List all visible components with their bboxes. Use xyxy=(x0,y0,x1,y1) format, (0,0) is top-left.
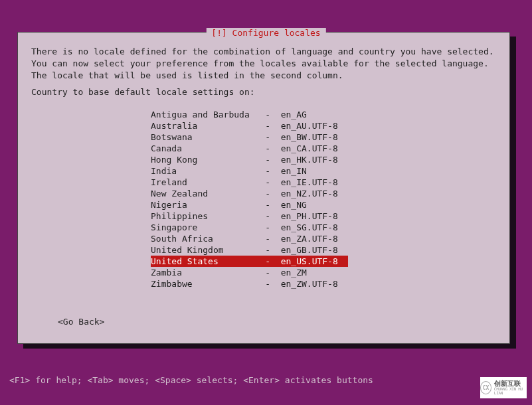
locale-option[interactable]: Singapore - en_SG.UTF-8 xyxy=(151,222,348,233)
locale-option[interactable]: New Zealand - en_NZ.UTF-8 xyxy=(151,188,348,199)
intro-text: There is no locale defined for the combi… xyxy=(31,46,496,82)
locale-option[interactable]: Canada - en_CA.UTF-8 xyxy=(151,143,348,154)
watermark-logo: CX 创新互联 CHUANG XIN HU LIAN xyxy=(480,377,527,398)
intro-line-3: The locale that will be used is listed i… xyxy=(31,70,496,82)
locale-option[interactable]: Australia - en_AU.UTF-8 xyxy=(151,120,348,131)
prompt-text: Country to base default locale settings … xyxy=(31,87,255,97)
go-back-button[interactable]: <Go Back> xyxy=(58,317,104,327)
locale-option[interactable]: Zambia - en_ZM xyxy=(151,267,348,278)
locale-option[interactable]: Hong Kong - en_HK.UTF-8 xyxy=(151,154,348,165)
locale-option[interactable]: United States - en_US.UTF-8 xyxy=(151,256,348,267)
locale-option[interactable]: United Kingdom - en_GB.UTF-8 xyxy=(151,244,348,256)
dialog-title-text: [!] Configure locales xyxy=(211,28,320,38)
locale-list[interactable]: Antigua and Barbuda - en_AGAustralia - e… xyxy=(151,109,348,289)
watermark-bottom: CHUANG XIN HU LIAN xyxy=(494,387,527,395)
intro-line-2: You can now select your preference from … xyxy=(31,58,496,70)
configure-locales-dialog: There is no locale defined for the combi… xyxy=(17,32,510,344)
locale-option[interactable]: Botswana - en_BW.UTF-8 xyxy=(151,131,348,143)
locale-option[interactable]: Antigua and Barbuda - en_AG xyxy=(151,109,348,120)
help-bar: <F1> for help; <Tab> moves; <Space> sele… xyxy=(9,375,373,385)
locale-option[interactable]: Zimbabwe - en_ZW.UTF-8 xyxy=(151,278,348,289)
locale-option[interactable]: Philippines - en_PH.UTF-8 xyxy=(151,210,348,222)
locale-option[interactable]: Nigeria - en_NG xyxy=(151,199,348,210)
watermark-icon: CX xyxy=(480,381,491,394)
locale-option[interactable]: South Africa - en_ZA.UTF-8 xyxy=(151,233,348,244)
locale-option[interactable]: Ireland - en_IE.UTF-8 xyxy=(151,177,348,188)
dialog-title: [!] Configure locales xyxy=(206,28,325,38)
watermark-text: 创新互联 CHUANG XIN HU LIAN xyxy=(494,380,527,395)
intro-line-1: There is no locale defined for the combi… xyxy=(31,46,496,58)
locale-option[interactable]: India - en_IN xyxy=(151,165,348,177)
